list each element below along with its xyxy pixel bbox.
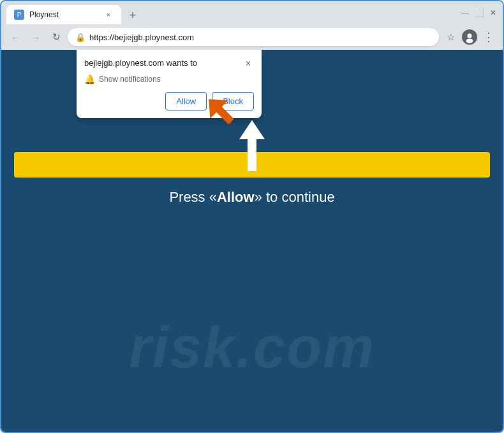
svg-point-3	[468, 34, 472, 38]
browser-window: P Ploynest × + — ⬜ ✕ ← → ↻ 🔒 https://bej…	[0, 0, 504, 433]
active-tab[interactable]: P Ploynest ×	[6, 5, 121, 24]
popup-header: bejiejgb.ploynest.com wants to ×	[84, 57, 254, 69]
refresh-button[interactable]: ↻	[47, 28, 65, 46]
forward-button[interactable]: →	[27, 28, 45, 46]
back-button[interactable]: ←	[6, 28, 24, 46]
bookmark-button[interactable]: ☆	[441, 28, 459, 46]
instruction-pre: Press «	[169, 189, 217, 205]
webpage-content: risk.com Press «Allow» to continue bejie…	[1, 50, 503, 432]
tab-close-button[interactable]: ×	[103, 10, 114, 20]
svg-point-4	[466, 39, 473, 43]
watermark-text: risk.com	[129, 315, 375, 381]
instruction-keyword: Allow	[217, 189, 255, 205]
url-text: https://bejiejgb.ploynest.com	[89, 33, 431, 42]
new-tab-button[interactable]: +	[124, 6, 142, 24]
title-bar: P Ploynest × + — ⬜ ✕	[1, 1, 503, 24]
profile-icon[interactable]	[462, 29, 477, 45]
svg-text:P: P	[17, 11, 22, 19]
minimize-button[interactable]: —	[461, 8, 470, 17]
instruction-text: Press «Allow» to continue	[169, 189, 334, 206]
bell-icon: 🔔	[84, 74, 95, 84]
window-controls: — ⬜ ✕	[461, 8, 498, 17]
bookmark-icon: ☆	[447, 31, 455, 43]
notification-label: Show notifications	[99, 75, 161, 84]
orange-arrow-svg	[199, 89, 250, 141]
orange-arrow-indicator	[199, 89, 250, 143]
popup-close-button[interactable]: ×	[242, 57, 254, 69]
lock-icon: 🔒	[75, 33, 85, 42]
arrow-shaft	[248, 139, 256, 171]
close-button[interactable]: ✕	[489, 8, 498, 17]
instruction-post: » to continue	[255, 189, 335, 205]
popup-notification-row: 🔔 Show notifications	[84, 74, 254, 84]
popup-title: bejiejgb.ploynest.com wants to	[84, 57, 242, 69]
menu-button[interactable]: ⋮	[480, 28, 498, 46]
url-bar[interactable]: 🔒 https://bejiejgb.ploynest.com	[68, 28, 439, 46]
tab-favicon: P	[14, 10, 24, 20]
tab-bar: P Ploynest × +	[6, 1, 461, 24]
address-bar: ← → ↻ 🔒 https://bejiejgb.ploynest.com ☆ …	[1, 24, 503, 50]
tab-title: Ploynest	[29, 10, 98, 19]
maximize-button[interactable]: ⬜	[475, 8, 484, 17]
menu-icon: ⋮	[483, 30, 494, 44]
